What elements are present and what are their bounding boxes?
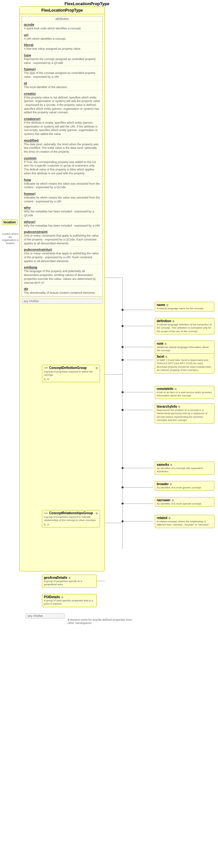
right-item-definition: definition ⊕ A natural language definiti… bbox=[155, 318, 214, 334]
right-item-desc-name: A natural language name for the concept. bbox=[157, 307, 213, 310]
attr-desc-modified: The date (and, optionally, the time) whe… bbox=[24, 143, 100, 154]
right-item-desc-hierarchyInfo: Represents the position of a concept in … bbox=[157, 409, 213, 422]
svg-point-19 bbox=[121, 346, 123, 348]
attr-desc-id: The local identifier of the element. bbox=[24, 86, 100, 89]
attributes-section: attributes qcode A quick-look code which… bbox=[22, 16, 103, 297]
attr-name-howuri: howuri bbox=[24, 192, 100, 196]
right-item-hierarchyInfo: hierarchyInfo ⊕ Represents the position … bbox=[155, 403, 214, 424]
right-item-desc-related: A related concept, where the relationshi… bbox=[157, 520, 213, 527]
right-item-broader: broader ⊕ An identifier of a more generi… bbox=[155, 481, 214, 491]
attr-name-why: why bbox=[24, 206, 100, 210]
diagram-container: FlexLocationPropType FlexLocationPropTyp… bbox=[0, 0, 218, 868]
right-item-facet: facet ⊕ In NAR 1.8 and later, facet is d… bbox=[155, 353, 214, 373]
svg-point-26 bbox=[121, 520, 123, 522]
poi-label: POIDetails bbox=[44, 595, 60, 599]
attr-item-dir: dir The directionality of textual conten… bbox=[22, 286, 102, 296]
extension-note: Extension point for any/de-defined prope… bbox=[68, 618, 132, 625]
attr-desc-custom: If True, the corresponding property was … bbox=[24, 160, 100, 176]
attr-desc-literal: A free-text value assigned as property v… bbox=[24, 47, 100, 51]
attr-desc-uri: A URI which identifies a concept. bbox=[24, 37, 100, 41]
right-item-label-name: name bbox=[157, 303, 165, 307]
attr-name-creatoruri: creatoruri bbox=[24, 117, 100, 121]
attr-item-why: why Why the metadata has been included -… bbox=[22, 205, 102, 219]
attr-desc-why: Why the metadata has been included - exp… bbox=[24, 210, 100, 217]
attr-item-typeuri: typeuri The type of the concept assigned… bbox=[22, 66, 102, 80]
right-item-note: note ⊕ Additional natural language infor… bbox=[155, 341, 214, 354]
attr-desc-creatoruri: If the attribute is empty, specifies whi… bbox=[24, 121, 100, 136]
right-item-desc-note: Additional natural language information … bbox=[157, 346, 213, 352]
attr-name-whyuri: whyuri bbox=[24, 220, 100, 224]
attr-name-literal: literal bbox=[24, 43, 100, 47]
right-item-sameAs: sameAs ⊕ An identifier of a concept with… bbox=[155, 462, 214, 475]
attr-desc-qcode: A quick-look code which identifies a con… bbox=[24, 27, 100, 31]
concept-def-label: ConceptDefinitionGroup bbox=[49, 366, 87, 370]
concept-rel-label: ConceptRelationshipsGroup bbox=[49, 511, 93, 515]
right-item-label-note: note bbox=[157, 342, 164, 345]
right-item-desc-facet: In NAR 1.8 and later, facet is deprecate… bbox=[157, 359, 213, 372]
any-other-bottom-label: any ##other bbox=[28, 614, 43, 618]
attr-desc-whyuri: Why the metadata has been included - exp… bbox=[24, 224, 100, 228]
right-item-remoteInfo: remoteInfo ⊕ A link to an item or a web … bbox=[155, 386, 214, 399]
right-item-desc-sameAs: An identifier of a concept with equivale… bbox=[157, 467, 213, 473]
attr-item-modified: modified The date (and, optionally, the … bbox=[22, 137, 102, 155]
right-item-related: related ⊕ A related concept, where the r… bbox=[155, 515, 214, 528]
attr-item-howuri: howuri Indicates by which means the valu… bbox=[22, 191, 102, 205]
poi-desc: A group of area-specific properties that… bbox=[44, 599, 95, 606]
attr-desc-type: Represents the concept assigned as contr… bbox=[24, 58, 100, 65]
attr-name-xmllang: xmllang bbox=[24, 265, 100, 269]
attr-desc-xmllang: The language of this property and potent… bbox=[24, 270, 100, 285]
attr-desc-how: Indicates by which means the value was e… bbox=[24, 182, 100, 189]
right-item-name: name ⊕ A natural language name for the c… bbox=[155, 302, 214, 311]
attr-desc-pubconstraint: One or many constraints that apply to pu… bbox=[24, 234, 100, 245]
right-item-label-hierarchyInfo: hierarchyInfo bbox=[157, 405, 177, 408]
location-box: location bbox=[2, 219, 17, 225]
attr-desc-creator: If the property value is not defined, sp… bbox=[24, 96, 100, 115]
attr-item-pubconstraint: pubconstraint One or many constraints th… bbox=[22, 229, 102, 247]
attr-item-uri: uri A URI which identifies a concept. bbox=[22, 32, 102, 42]
attr-item-creatoruri: creatoruri If the attribute is empty, sp… bbox=[22, 116, 102, 137]
attr-name-uri: uri bbox=[24, 33, 100, 37]
concept-def-group: •••• ConceptDefinitionGroup ⊕ A group of… bbox=[42, 365, 100, 382]
attributes-header: attributes bbox=[22, 17, 102, 22]
attr-list: qcode A quick-look code which identifies… bbox=[22, 22, 102, 296]
concept-rel-group: •••• ConceptRelationshipsGroup ⊕ A group… bbox=[42, 510, 100, 527]
svg-point-23 bbox=[121, 467, 123, 469]
any-other-bottom: any ##other bbox=[26, 613, 65, 618]
right-item-narrower: narrower ⊕ An identifier of a more speci… bbox=[155, 497, 214, 507]
attr-item-xmllang: xmllang The language of this property an… bbox=[22, 265, 102, 286]
location-desc: A place where the organisation is locate… bbox=[1, 232, 20, 245]
attr-name-type: type bbox=[24, 53, 100, 57]
svg-point-25 bbox=[121, 503, 123, 504]
svg-point-22 bbox=[121, 409, 123, 411]
attr-item-whyuri: whyuri Why the metadata has been include… bbox=[22, 219, 102, 229]
attr-item-creator: creator If the property value is not def… bbox=[22, 91, 102, 116]
right-item-label-narrower: narrower bbox=[157, 498, 171, 502]
attr-item-type: type Represents the concept assigned as … bbox=[22, 52, 102, 66]
svg-point-21 bbox=[121, 391, 123, 393]
concept-rel-desc: A group of properties required to indica… bbox=[44, 516, 98, 522]
attr-item-literal: literal A free-text value assigned as pr… bbox=[22, 42, 102, 52]
attr-name-creator: creator bbox=[24, 92, 100, 96]
attr-name-typeuri: typeuri bbox=[24, 67, 100, 71]
diagram-title: FlexLocationPropType bbox=[65, 1, 109, 6]
attr-name-pubconstrainturi: pubconstrainturi bbox=[24, 248, 100, 251]
main-box-header: FlexLocationPropType bbox=[20, 7, 105, 14]
right-item-desc-definition: A natural language definition of the sem… bbox=[157, 323, 213, 333]
svg-point-24 bbox=[121, 487, 123, 488]
right-item-label-remoteInfo: remoteInfo bbox=[157, 387, 174, 391]
right-item-label-sameAs: sameAs bbox=[157, 463, 169, 466]
attr-name-qcode: qcode bbox=[24, 23, 100, 27]
right-item-label-definition: definition bbox=[157, 319, 171, 323]
geo-area-desc: A group of properties specific to a geop… bbox=[44, 580, 95, 587]
concept-def-desc: A group of properties required to define… bbox=[44, 370, 98, 377]
attr-desc-typeuri: The type of the concept assigned as cont… bbox=[24, 71, 100, 79]
right-item-label-broader: broader bbox=[157, 482, 169, 486]
geo-area-label: geoAreaDetails bbox=[44, 576, 67, 580]
attr-name-modified: modified bbox=[24, 138, 100, 142]
right-item-label-facet: facet bbox=[157, 355, 164, 358]
attr-name-id: id bbox=[24, 81, 100, 85]
svg-point-17 bbox=[121, 309, 123, 311]
attr-item-custom: custom If True, the corresponding proper… bbox=[22, 155, 102, 177]
poi-details: POIDetails ⊕ A group of area-specific pr… bbox=[42, 594, 97, 607]
svg-point-20 bbox=[121, 359, 123, 361]
